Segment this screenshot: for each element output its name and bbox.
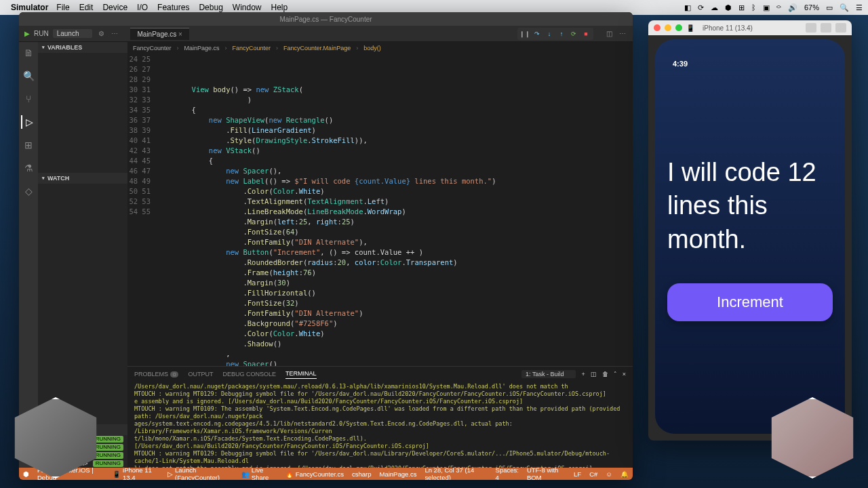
gear-icon[interactable]: ⚙ bbox=[96, 29, 106, 39]
simulator-titlebar: 📱 iPhone 11 (13.4) bbox=[648, 20, 852, 35]
notifications-icon[interactable]: ☰ bbox=[856, 3, 863, 12]
tray-icon[interactable]: ⊞ bbox=[738, 3, 745, 12]
more-icon[interactable]: ⋯ bbox=[618, 29, 627, 39]
menu-edit[interactable]: Edit bbox=[79, 3, 94, 12]
menu-device[interactable]: Device bbox=[102, 3, 127, 12]
panel-tab-debug-console[interactable]: DEBUG CONSOLE bbox=[222, 371, 276, 378]
trash-icon[interactable]: 🗑 bbox=[602, 371, 608, 378]
activity-icon[interactable]: ◇ bbox=[22, 184, 35, 198]
tray-icon[interactable]: ▣ bbox=[763, 3, 770, 12]
status-file[interactable]: 🔥 FancyCounter.cs bbox=[285, 470, 344, 478]
status-lang[interactable]: csharp bbox=[352, 470, 372, 478]
split-icon[interactable]: ◫ bbox=[591, 371, 597, 378]
zoom-window-icon[interactable] bbox=[675, 24, 682, 31]
status-device[interactable]: 📱 iPhone 11 13.4 bbox=[113, 466, 159, 480]
screenshot-icon[interactable] bbox=[806, 23, 816, 33]
device-indicator-icon: 📱 bbox=[686, 24, 694, 32]
status-bar: ⬢ FancyCounter.iOS | Debug 📱 iPhone 11 1… bbox=[19, 468, 633, 480]
status-page[interactable]: MainPage.cs bbox=[379, 470, 416, 478]
home-icon[interactable] bbox=[821, 23, 831, 33]
tray-icon[interactable]: ☁ bbox=[711, 3, 718, 12]
window-title: MainPage.cs — FancyCounter bbox=[19, 12, 633, 26]
editor-area: FancyCounter MainPage.cs FancyCounter Fa… bbox=[127, 42, 633, 468]
panel-tab-output[interactable]: OUTPUT bbox=[188, 371, 213, 378]
feedback-icon[interactable]: ☺ bbox=[606, 466, 612, 480]
code-editor[interactable]: 24 25 26 27 28 29 30 31 32 33 34 35 36 3… bbox=[127, 54, 633, 366]
status-launch[interactable]: ▷ Launch (FancyCounter) bbox=[167, 466, 233, 480]
vscode-window: MainPage.cs — FancyCounter ▶ RUN Launch … bbox=[19, 12, 633, 480]
status-encoding[interactable]: UTF-8 with BOM bbox=[527, 466, 566, 480]
launch-config-select[interactable]: Launch bbox=[53, 29, 93, 38]
watch-section[interactable]: WATCH bbox=[38, 173, 127, 184]
bluetooth-icon[interactable]: ᛒ bbox=[751, 3, 756, 12]
close-icon[interactable]: × bbox=[623, 371, 626, 378]
breadcrumb[interactable]: FancyCounter MainPage.cs FancyCounter Fa… bbox=[127, 42, 633, 54]
spotlight-icon[interactable]: 🔍 bbox=[840, 3, 849, 12]
status-spaces[interactable]: Spaces: 4 bbox=[496, 466, 519, 480]
close-window-icon[interactable] bbox=[654, 24, 660, 31]
ide-toolbar: ▶ RUN Launch ⚙ ⋯ MainPage.cs × ❙❙ ↷ ↓ ↑ … bbox=[19, 26, 633, 42]
menu-io[interactable]: I/O bbox=[137, 3, 148, 12]
ios-simulator-window: 📱 iPhone 11 (13.4) 4:39 I will code 12 l… bbox=[648, 20, 852, 441]
debug-pause-icon[interactable]: ❙❙ bbox=[520, 29, 530, 39]
menu-debug[interactable]: Debug bbox=[199, 3, 222, 12]
activity-bar: 🗎 🔍 ⑂ ▷ ⊞ ⚗ ◇ bbox=[19, 42, 38, 468]
panel-tab-problems[interactable]: PROBLEMS0 bbox=[134, 371, 178, 378]
tray-icon[interactable]: ◧ bbox=[684, 3, 691, 12]
menu-window[interactable]: Window bbox=[233, 3, 262, 12]
run-play-icon[interactable]: ▶ bbox=[24, 30, 30, 37]
menubar-right: ◧ ⟳ ☁ ⬢ ⊞ ᛒ ▣ ⌔ 🔊 67% ▭ 🔍 ☰ bbox=[684, 3, 863, 12]
tray-icon[interactable]: ⬢ bbox=[725, 3, 732, 12]
battery-icon[interactable]: ▭ bbox=[826, 3, 833, 12]
menu-help[interactable]: Help bbox=[271, 3, 288, 12]
battery-pct[interactable]: 67% bbox=[804, 3, 819, 12]
editor-tab[interactable]: MainPage.cs × bbox=[130, 28, 189, 40]
menubar-app-name[interactable]: Simulator bbox=[11, 3, 48, 12]
terminal-output[interactable]: /Users/dav_dorl.nau/.nuget/packages/syst… bbox=[127, 382, 633, 468]
terminal-select[interactable]: 1: Task - Build bbox=[521, 370, 576, 378]
run-label: RUN bbox=[34, 30, 49, 37]
menu-features[interactable]: Features bbox=[157, 3, 189, 12]
extensions-icon[interactable]: ⊞ bbox=[22, 138, 35, 152]
wifi-icon[interactable]: ⌔ bbox=[776, 3, 781, 12]
chevron-up-icon[interactable]: ˄ bbox=[614, 371, 617, 378]
minimize-window-icon[interactable] bbox=[665, 24, 671, 31]
tray-icon[interactable]: ⟳ bbox=[698, 3, 704, 12]
volume-icon[interactable]: 🔊 bbox=[788, 3, 797, 12]
test-icon[interactable]: ⚗ bbox=[22, 161, 35, 175]
app-label: I will code 12 lines this month. bbox=[667, 156, 833, 256]
search-icon[interactable]: 🔍 bbox=[22, 69, 35, 83]
plus-icon[interactable]: + bbox=[581, 371, 585, 378]
status-cursor[interactable]: Ln 28, Col 37 (14 selected) bbox=[425, 466, 487, 480]
simulator-screen[interactable]: 4:39 I will code 12 lines this month. In… bbox=[655, 39, 845, 434]
bell-icon[interactable]: 🔔 bbox=[620, 466, 629, 480]
debug-restart-icon[interactable]: ⟳ bbox=[569, 29, 578, 39]
status-hex-icon[interactable]: ⬢ bbox=[23, 470, 29, 478]
variables-section[interactable]: VARIABLES bbox=[38, 42, 127, 53]
split-editor-icon[interactable]: ◫ bbox=[604, 29, 614, 39]
status-liveshare[interactable]: 👥 Live Share bbox=[241, 466, 277, 480]
debug-step-over-icon[interactable]: ↷ bbox=[532, 29, 542, 39]
debug-controls: ❙❙ ↷ ↓ ↑ ⟳ ■ bbox=[517, 28, 593, 40]
ellipsis-icon[interactable]: ⋯ bbox=[110, 29, 119, 39]
panel-tab-terminal[interactable]: TERMINAL bbox=[285, 370, 317, 379]
explorer-icon[interactable]: 🗎 bbox=[22, 46, 35, 60]
debug-stop-icon[interactable]: ■ bbox=[581, 29, 591, 39]
debug-step-out-icon[interactable]: ↑ bbox=[557, 29, 566, 39]
rotate-icon[interactable] bbox=[835, 23, 846, 33]
debug-step-into-icon[interactable]: ↓ bbox=[545, 29, 554, 39]
status-filetype[interactable]: C# bbox=[589, 466, 597, 480]
simulator-device-label: iPhone 11 (13.4) bbox=[703, 24, 753, 32]
close-icon[interactable]: × bbox=[178, 30, 182, 38]
status-time: 4:39 bbox=[667, 60, 833, 68]
bottom-panel: PROBLEMS0 OUTPUT DEBUG CONSOLE TERMINAL … bbox=[127, 366, 633, 468]
scm-icon[interactable]: ⑂ bbox=[22, 92, 35, 106]
status-eol[interactable]: LF bbox=[574, 466, 581, 480]
codelens-refs[interactable]: 0 references bbox=[201, 54, 240, 56]
menu-file[interactable]: File bbox=[56, 3, 69, 12]
increment-button[interactable]: Increment bbox=[667, 283, 833, 321]
debug-icon[interactable]: ▷ bbox=[21, 115, 35, 129]
